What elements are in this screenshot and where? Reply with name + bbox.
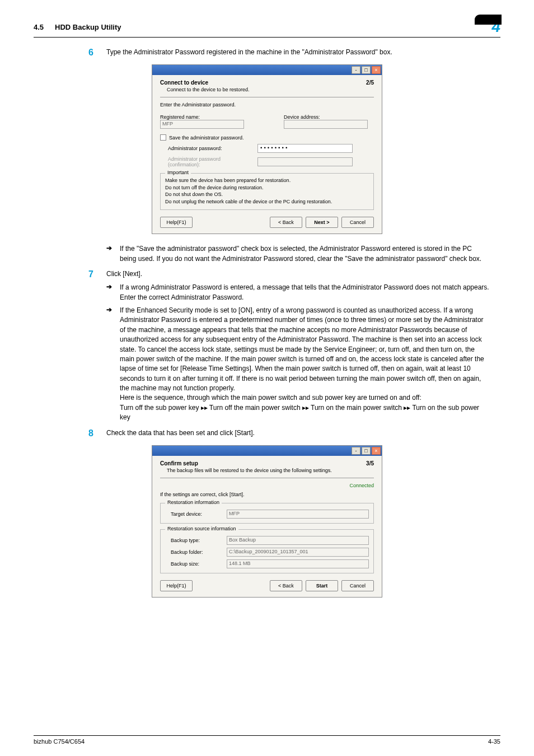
cancel-button[interactable]: Cancel (341, 217, 374, 228)
connect-to-device-dialog: - □ × Connect to device Connect to the d… (152, 64, 382, 234)
back-button[interactable]: < Back (270, 580, 302, 591)
backup-size-label: Backup size: (171, 561, 221, 567)
important-line-4: Do not unplug the network cable of the d… (165, 198, 369, 206)
step-6-note: If the "Save the administrator password"… (120, 244, 489, 264)
step-8-number: 8 (88, 428, 96, 438)
minimize-button[interactable]: - (352, 66, 360, 74)
arrow-icon: ➔ (106, 306, 114, 423)
arrow-icon: ➔ (106, 244, 114, 264)
important-line-3: Do not shut down the OS. (165, 191, 369, 198)
admin-password-input[interactable]: •••••••• (257, 144, 353, 153)
close-button[interactable]: × (372, 66, 381, 74)
dialog-step-indicator: 3/5 (366, 460, 374, 466)
device-address-label: Device address: (284, 114, 374, 120)
section-title: HDD Backup Utility (55, 23, 121, 31)
device-address-field (284, 120, 368, 129)
step-6-text: Type the Administrator Password register… (106, 48, 495, 58)
header-rule (34, 37, 500, 38)
step-7-bullet-2: If the Enhanced Security mode is set to … (120, 306, 489, 423)
dialog-titlebar: - □ × (152, 65, 382, 75)
dialog-titlebar: - □ × (152, 446, 382, 456)
save-password-checkbox[interactable] (160, 134, 166, 141)
admin-password-confirm-input (257, 157, 353, 166)
target-device-label: Target device: (171, 511, 221, 517)
back-button[interactable]: < Back (270, 217, 302, 228)
step-6-number: 6 (88, 48, 96, 58)
save-password-label: Save the administrator password. (169, 135, 244, 141)
backup-type-label: Backup type: (171, 538, 221, 543)
dialog-separator (160, 97, 374, 97)
step-7-text: Click [Next]. (106, 269, 495, 279)
dialog-step-indicator: 2/5 (366, 80, 374, 86)
instruction-label: If the settings are correct, click [Star… (160, 492, 374, 497)
maximize-button[interactable]: □ (362, 66, 371, 74)
footer-rule (34, 735, 500, 736)
step-7-bullet-1: If a wrong Administrator Password is ent… (120, 283, 489, 302)
dialog-subtitle: Connect to the device to be restored. (167, 87, 250, 92)
arrow-icon: ➔ (106, 283, 114, 302)
start-button[interactable]: Start (306, 580, 338, 591)
registered-name-label: Registered name: (160, 114, 250, 120)
dialog-title: Connect to device (160, 80, 250, 86)
confirm-setup-dialog: - □ × Confirm setup The backup files wil… (152, 445, 382, 598)
target-device-field: MFP (227, 510, 369, 519)
footer-product: bizhub C754/C654 (34, 738, 85, 745)
backup-folder-field: C:\Backup_20090120_101357_001 (227, 548, 369, 557)
dialog-subtitle: The backup files will be restored to the… (167, 468, 332, 473)
enter-password-label: Enter the Administrator password. (160, 102, 374, 108)
important-line-1: Make sure the device has been prepared f… (165, 177, 369, 184)
corner-accent (475, 15, 502, 25)
help-button[interactable]: Help(F1) (160, 217, 193, 228)
step-7-number: 7 (88, 269, 96, 279)
important-line-2: Do not turn off the device during restor… (165, 184, 369, 192)
section-number: 4.5 (34, 23, 44, 31)
restoration-source-legend: Restoration source information (165, 526, 238, 531)
maximize-button[interactable]: □ (362, 447, 371, 455)
connected-status: Connected (160, 483, 374, 488)
cancel-button[interactable]: Cancel (341, 580, 374, 591)
next-button[interactable]: Next > (306, 217, 338, 228)
help-button[interactable]: Help(F1) (160, 580, 193, 591)
restoration-source-fieldset: Restoration source information Backup ty… (160, 529, 374, 573)
backup-folder-label: Backup folder: (171, 549, 221, 555)
admin-password-confirm-label: Administrator password (confirmation): (168, 156, 252, 167)
dialog-separator (160, 478, 374, 478)
dialog-title: Confirm setup (160, 460, 332, 466)
backup-size-field: 148.1 MB (227, 559, 369, 568)
registered-name-field: MFP (160, 120, 244, 129)
admin-password-label: Administrator password: (168, 146, 252, 151)
step-8-text: Check the data that has been set and cli… (106, 428, 495, 438)
footer-page-number: 4-35 (488, 738, 500, 745)
important-legend: Important (165, 170, 191, 175)
minimize-button[interactable]: - (352, 447, 360, 455)
restoration-info-legend: Restoration information (165, 500, 222, 505)
restoration-info-fieldset: Restoration information Target device: M… (160, 503, 374, 524)
backup-type-field: Box Backup (227, 536, 369, 545)
important-fieldset: Important Make sure the device has been … (160, 173, 374, 210)
close-button[interactable]: × (372, 447, 381, 455)
